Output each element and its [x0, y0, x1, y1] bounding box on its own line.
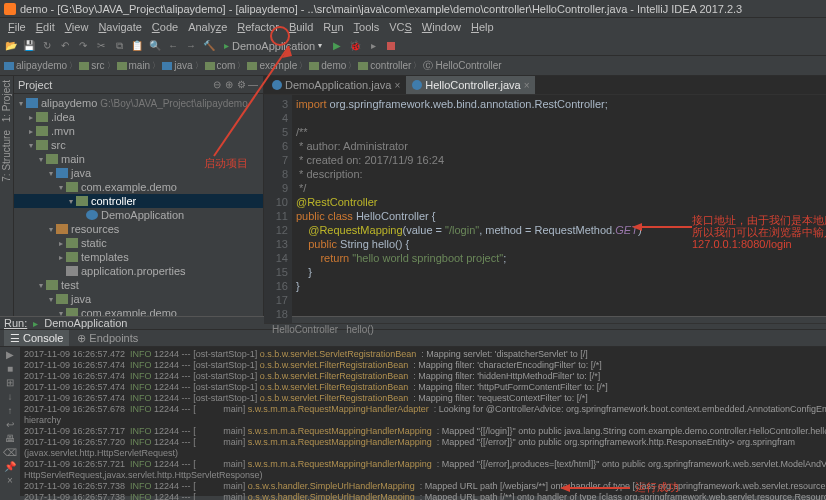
tree-row[interactable]: ▾src [14, 138, 263, 152]
window-titlebar: demo - [G:\Boy\JAVA_Project\alipaydemo] … [0, 0, 826, 18]
code-area[interactable]: 3456789101112131415161718 import org.spr… [264, 95, 826, 323]
crumb-controller[interactable]: controller [358, 60, 411, 71]
print-icon[interactable]: 🖶 [5, 433, 15, 444]
pin-icon[interactable]: 📌 [4, 461, 16, 472]
debug-button[interactable]: 🐞 [348, 39, 362, 53]
down-icon[interactable]: ↓ [8, 391, 13, 402]
tree-row[interactable]: DemoApplication [14, 208, 263, 222]
tree-row[interactable]: ▾controller [14, 194, 263, 208]
tab-demo-application[interactable]: DemoApplication.java × [266, 76, 406, 94]
menu-file[interactable]: File [4, 21, 30, 33]
menu-view[interactable]: View [61, 21, 93, 33]
project-tool-button[interactable]: 1: Project [1, 80, 12, 122]
hide-icon[interactable]: — [247, 79, 259, 90]
wrap-icon[interactable]: ↩ [6, 419, 14, 430]
bc-class[interactable]: HelloController [272, 324, 338, 335]
up-icon[interactable]: ↑ [8, 405, 13, 416]
menu-analyze[interactable]: Analyze [184, 21, 231, 33]
code-content[interactable]: import org.springframework.web.bind.anno… [292, 95, 826, 323]
project-tree[interactable]: ▾ alipaydemoG:\Boy\JAVA_Project\alipayde… [14, 94, 263, 316]
editor-area: DemoApplication.java × HelloController.j… [264, 76, 826, 316]
menu-code[interactable]: Code [148, 21, 182, 33]
gear-icon[interactable]: ⚙ [235, 79, 247, 90]
run-success-label: 运行成功 [635, 480, 679, 495]
close-icon[interactable]: × [7, 475, 13, 486]
tree-row[interactable]: ▾com.example.demo [14, 180, 263, 194]
open-icon[interactable]: 📂 [4, 39, 18, 53]
start-project-label: 启动项目 [204, 156, 248, 171]
coverage-button[interactable]: ▸ [366, 39, 380, 53]
menu-tools[interactable]: Tools [350, 21, 384, 33]
url-note-3: 127.0.0.1:8080/login [692, 237, 792, 251]
crumb-example[interactable]: example [247, 60, 297, 71]
back-icon[interactable]: ← [166, 39, 180, 53]
line-gutter: 3456789101112131415161718 [264, 95, 292, 323]
structure-tool-button[interactable]: 7: Structure [1, 130, 12, 182]
rerun-icon[interactable]: ▶ [6, 349, 14, 360]
crumb-com[interactable]: com [205, 60, 236, 71]
crumb-main[interactable]: main [117, 60, 151, 71]
crumb-java[interactable]: java [162, 60, 192, 71]
paste-icon[interactable]: 📋 [130, 39, 144, 53]
tree-row[interactable]: ▾com.example.demo [14, 306, 263, 316]
highlight-circle [270, 26, 290, 46]
save-icon[interactable]: 💾 [22, 39, 36, 53]
clear-icon[interactable]: ⌫ [3, 447, 17, 458]
menu-navigate[interactable]: Navigate [94, 21, 145, 33]
run-name: DemoApplication [44, 317, 127, 329]
bc-method[interactable]: hello() [346, 324, 374, 335]
undo-icon[interactable]: ↶ [58, 39, 72, 53]
main-toolbar: 📂 💾 ↻ ↶ ↷ ✂ ⧉ 📋 🔍 ← → 🔨 ▸ DemoApplicatio… [0, 36, 826, 56]
class-icon [412, 80, 422, 90]
project-label: Project [18, 79, 52, 91]
run-label: Run: [4, 317, 27, 329]
project-panel: Project ⊖ ⊕ ⚙ — ▾ alipaydemoG:\Boy\JAVA_… [14, 76, 264, 316]
editor-tabs: DemoApplication.java × HelloController.j… [264, 76, 826, 95]
layout-icon[interactable]: ⊞ [6, 377, 14, 388]
close-icon[interactable]: × [524, 80, 530, 91]
redo-icon[interactable]: ↷ [76, 39, 90, 53]
run-body: ▶ ■ ⊞ ↓ ↑ ↩ 🖶 ⌫ 📌 × 2017-11-09 16:26:57.… [0, 347, 826, 500]
tree-row[interactable]: ▾java [14, 292, 263, 306]
target-icon[interactable]: ⊕ [223, 79, 235, 90]
collapse-icon[interactable]: ⊖ [211, 79, 223, 90]
menu-build[interactable]: Build [285, 21, 317, 33]
tree-row[interactable]: application.properties [14, 264, 263, 278]
menu-edit[interactable]: Edit [32, 21, 59, 33]
copy-icon[interactable]: ⧉ [112, 39, 126, 53]
tree-row[interactable]: ▸static [14, 236, 263, 250]
tree-row[interactable]: ▸.mvn [14, 124, 263, 138]
crumb-class[interactable]: Ⓒ HelloController [423, 59, 501, 73]
build-icon[interactable]: 🔨 [202, 39, 216, 53]
menu-help[interactable]: Help [467, 21, 498, 33]
endpoints-tab[interactable]: ⊕ Endpoints [71, 330, 144, 346]
tree-root[interactable]: ▾ alipaydemoG:\Boy\JAVA_Project\alipayde… [14, 96, 263, 110]
tree-row[interactable]: ▸templates [14, 250, 263, 264]
console-tab[interactable]: ☰ Console [4, 330, 69, 346]
crumb-demo[interactable]: demo [309, 60, 346, 71]
dropdown-icon: ▾ [318, 41, 322, 50]
run-panel: Run: ▸ DemoApplication ☰ Console ⊕ Endpo… [0, 316, 826, 496]
main-area: 1: Project 7: Structure Project ⊖ ⊕ ⚙ — … [0, 76, 826, 316]
stop-button[interactable] [384, 39, 398, 53]
tab-hello-controller[interactable]: HelloController.java × [406, 76, 535, 94]
run-button[interactable]: ▶ [330, 39, 344, 53]
window-title: demo - [G:\Boy\JAVA_Project\alipaydemo] … [20, 3, 742, 15]
menu-window[interactable]: Window [418, 21, 465, 33]
tree-row[interactable]: ▾resources [14, 222, 263, 236]
find-icon[interactable]: 🔍 [148, 39, 162, 53]
stop-icon[interactable]: ■ [7, 363, 13, 374]
class-icon [272, 80, 282, 90]
cut-icon[interactable]: ✂ [94, 39, 108, 53]
tree-row[interactable]: ▾test [14, 278, 263, 292]
menu-run[interactable]: Run [319, 21, 347, 33]
menu-vcs[interactable]: VCS [385, 21, 416, 33]
tree-row[interactable]: ▸.idea [14, 110, 263, 124]
crumb-src[interactable]: src [79, 60, 104, 71]
sync-icon[interactable]: ↻ [40, 39, 54, 53]
crumb-module[interactable]: alipaydemo [4, 60, 67, 71]
run-icon: ▸ [33, 318, 38, 329]
close-icon[interactable]: × [394, 80, 400, 91]
console-output[interactable]: 2017-11-09 16:26:57.472 INFO 12244 --- [… [20, 347, 826, 500]
forward-icon[interactable]: → [184, 39, 198, 53]
